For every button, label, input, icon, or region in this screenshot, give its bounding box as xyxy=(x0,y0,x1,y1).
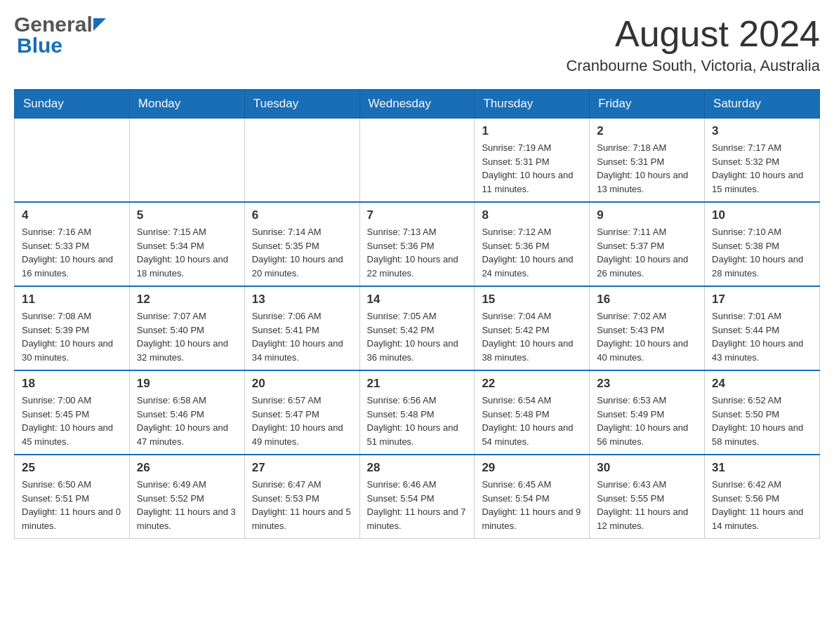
table-row: 17Sunrise: 7:01 AM Sunset: 5:44 PM Dayli… xyxy=(705,286,820,370)
location-title: Cranbourne South, Victoria, Australia xyxy=(566,57,820,75)
calendar-header-row: Sunday Monday Tuesday Wednesday Thursday… xyxy=(15,90,820,119)
day-info: Sunrise: 6:46 AM Sunset: 5:54 PM Dayligh… xyxy=(367,478,468,532)
calendar-week-row: 11Sunrise: 7:08 AM Sunset: 5:39 PM Dayli… xyxy=(15,286,820,370)
day-info: Sunrise: 6:42 AM Sunset: 5:56 PM Dayligh… xyxy=(712,478,812,532)
table-row: 21Sunrise: 6:56 AM Sunset: 5:48 PM Dayli… xyxy=(359,370,475,455)
day-info: Sunrise: 7:10 AM Sunset: 5:38 PM Dayligh… xyxy=(712,225,812,280)
day-info: Sunrise: 7:07 AM Sunset: 5:40 PM Dayligh… xyxy=(137,309,237,364)
day-info: Sunrise: 7:18 AM Sunset: 5:31 PM Dayligh… xyxy=(597,141,697,196)
day-info: Sunrise: 7:17 AM Sunset: 5:32 PM Dayligh… xyxy=(712,141,812,196)
day-info: Sunrise: 6:56 AM Sunset: 5:48 PM Dayligh… xyxy=(367,394,468,448)
table-row: 5Sunrise: 7:15 AM Sunset: 5:34 PM Daylig… xyxy=(129,202,244,286)
day-number: 31 xyxy=(712,461,812,475)
day-number: 6 xyxy=(252,208,352,222)
day-info: Sunrise: 7:08 AM Sunset: 5:39 PM Dayligh… xyxy=(22,309,122,364)
table-row: 20Sunrise: 6:57 AM Sunset: 5:47 PM Dayli… xyxy=(244,370,359,455)
table-row: 10Sunrise: 7:10 AM Sunset: 5:38 PM Dayli… xyxy=(705,202,820,286)
logo-general-text: General xyxy=(14,14,93,35)
day-number: 15 xyxy=(482,293,582,307)
table-row: 3Sunrise: 7:17 AM Sunset: 5:32 PM Daylig… xyxy=(705,119,820,203)
day-number: 23 xyxy=(597,377,697,391)
day-number: 2 xyxy=(597,124,697,138)
day-info: Sunrise: 6:47 AM Sunset: 5:53 PM Dayligh… xyxy=(252,478,352,532)
table-row: 12Sunrise: 7:07 AM Sunset: 5:40 PM Dayli… xyxy=(129,286,244,370)
table-row: 4Sunrise: 7:16 AM Sunset: 5:33 PM Daylig… xyxy=(15,202,130,286)
calendar-week-row: 4Sunrise: 7:16 AM Sunset: 5:33 PM Daylig… xyxy=(15,202,820,286)
day-info: Sunrise: 6:57 AM Sunset: 5:47 PM Dayligh… xyxy=(252,394,352,448)
day-number: 1 xyxy=(482,124,582,138)
day-info: Sunrise: 7:16 AM Sunset: 5:33 PM Dayligh… xyxy=(22,225,122,280)
table-row: 30Sunrise: 6:43 AM Sunset: 5:55 PM Dayli… xyxy=(590,455,705,539)
table-row: 25Sunrise: 6:50 AM Sunset: 5:51 PM Dayli… xyxy=(15,455,130,539)
table-row: 26Sunrise: 6:49 AM Sunset: 5:52 PM Dayli… xyxy=(129,455,244,539)
day-number: 7 xyxy=(367,208,468,222)
table-row: 31Sunrise: 6:42 AM Sunset: 5:56 PM Dayli… xyxy=(705,455,820,539)
day-info: Sunrise: 6:53 AM Sunset: 5:49 PM Dayligh… xyxy=(597,394,697,448)
calendar-table: Sunday Monday Tuesday Wednesday Thursday… xyxy=(14,89,820,539)
day-info: Sunrise: 7:01 AM Sunset: 5:44 PM Dayligh… xyxy=(712,309,812,364)
day-info: Sunrise: 7:11 AM Sunset: 5:37 PM Dayligh… xyxy=(597,225,697,280)
table-row: 29Sunrise: 6:45 AM Sunset: 5:54 PM Dayli… xyxy=(475,455,590,539)
header-tuesday: Tuesday xyxy=(244,90,359,119)
day-info: Sunrise: 7:12 AM Sunset: 5:36 PM Dayligh… xyxy=(482,225,582,280)
day-number: 10 xyxy=(712,208,812,222)
table-row xyxy=(129,119,244,203)
day-number: 26 xyxy=(137,461,237,475)
table-row: 22Sunrise: 6:54 AM Sunset: 5:48 PM Dayli… xyxy=(475,370,590,455)
day-info: Sunrise: 7:00 AM Sunset: 5:45 PM Dayligh… xyxy=(22,394,122,448)
table-row xyxy=(244,119,359,203)
table-row: 23Sunrise: 6:53 AM Sunset: 5:49 PM Dayli… xyxy=(590,370,705,455)
header-saturday: Saturday xyxy=(705,90,820,119)
day-number: 27 xyxy=(252,461,352,475)
table-row: 11Sunrise: 7:08 AM Sunset: 5:39 PM Dayli… xyxy=(15,286,130,370)
table-row: 13Sunrise: 7:06 AM Sunset: 5:41 PM Dayli… xyxy=(244,286,359,370)
day-number: 29 xyxy=(482,461,582,475)
calendar-week-row: 18Sunrise: 7:00 AM Sunset: 5:45 PM Dayli… xyxy=(15,370,820,455)
day-number: 4 xyxy=(22,208,122,222)
day-info: Sunrise: 7:02 AM Sunset: 5:43 PM Dayligh… xyxy=(597,309,697,364)
day-info: Sunrise: 7:19 AM Sunset: 5:31 PM Dayligh… xyxy=(482,141,582,196)
table-row: 24Sunrise: 6:52 AM Sunset: 5:50 PM Dayli… xyxy=(705,370,820,455)
day-number: 16 xyxy=(597,293,697,307)
header-sunday: Sunday xyxy=(15,90,130,119)
table-row: 16Sunrise: 7:02 AM Sunset: 5:43 PM Dayli… xyxy=(590,286,705,370)
table-row xyxy=(359,119,475,203)
page-header: General Blue August 2024 Cranbourne Sout… xyxy=(14,14,820,75)
table-row: 1Sunrise: 7:19 AM Sunset: 5:31 PM Daylig… xyxy=(475,119,590,203)
logo: General Blue xyxy=(14,14,106,56)
day-info: Sunrise: 6:50 AM Sunset: 5:51 PM Dayligh… xyxy=(22,478,122,532)
day-info: Sunrise: 6:58 AM Sunset: 5:46 PM Dayligh… xyxy=(137,394,237,448)
calendar-week-row: 1Sunrise: 7:19 AM Sunset: 5:31 PM Daylig… xyxy=(15,119,820,203)
header-wednesday: Wednesday xyxy=(359,90,475,119)
day-number: 28 xyxy=(367,461,468,475)
day-info: Sunrise: 7:13 AM Sunset: 5:36 PM Dayligh… xyxy=(367,225,468,280)
day-info: Sunrise: 7:06 AM Sunset: 5:41 PM Dayligh… xyxy=(252,309,352,364)
day-number: 17 xyxy=(712,293,812,307)
day-number: 20 xyxy=(252,377,352,391)
day-number: 5 xyxy=(137,208,237,222)
header-thursday: Thursday xyxy=(475,90,590,119)
day-number: 12 xyxy=(137,293,237,307)
day-info: Sunrise: 6:45 AM Sunset: 5:54 PM Dayligh… xyxy=(482,478,582,532)
day-info: Sunrise: 6:52 AM Sunset: 5:50 PM Dayligh… xyxy=(712,394,812,448)
day-number: 11 xyxy=(22,293,122,307)
title-section: August 2024 Cranbourne South, Victoria, … xyxy=(566,14,820,75)
day-number: 19 xyxy=(137,377,237,391)
day-number: 3 xyxy=(712,124,812,138)
table-row: 15Sunrise: 7:04 AM Sunset: 5:42 PM Dayli… xyxy=(475,286,590,370)
month-year-title: August 2024 xyxy=(566,14,820,54)
table-row: 28Sunrise: 6:46 AM Sunset: 5:54 PM Dayli… xyxy=(359,455,475,539)
day-number: 22 xyxy=(482,377,582,391)
day-info: Sunrise: 6:43 AM Sunset: 5:55 PM Dayligh… xyxy=(597,478,697,532)
day-info: Sunrise: 6:49 AM Sunset: 5:52 PM Dayligh… xyxy=(137,478,237,532)
day-number: 8 xyxy=(482,208,582,222)
day-number: 24 xyxy=(712,377,812,391)
day-number: 9 xyxy=(597,208,697,222)
day-info: Sunrise: 7:04 AM Sunset: 5:42 PM Dayligh… xyxy=(482,309,582,364)
table-row: 8Sunrise: 7:12 AM Sunset: 5:36 PM Daylig… xyxy=(475,202,590,286)
logo-blue-text: Blue xyxy=(17,35,62,56)
day-info: Sunrise: 7:15 AM Sunset: 5:34 PM Dayligh… xyxy=(137,225,237,280)
day-number: 18 xyxy=(22,377,122,391)
day-info: Sunrise: 7:05 AM Sunset: 5:42 PM Dayligh… xyxy=(367,309,468,364)
table-row: 6Sunrise: 7:14 AM Sunset: 5:35 PM Daylig… xyxy=(244,202,359,286)
